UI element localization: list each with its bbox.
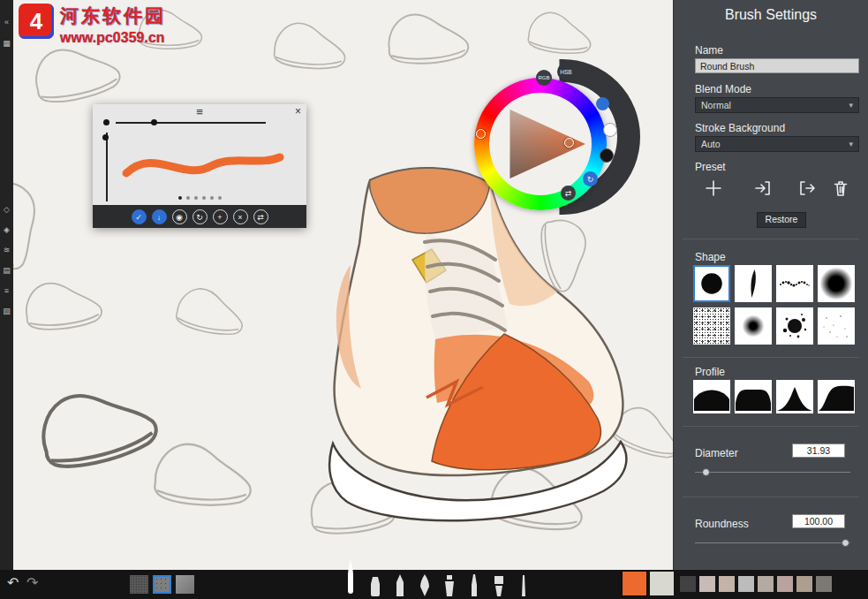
close-icon[interactable]: × xyxy=(295,105,301,118)
site-watermark: 4 河东软件园 www.pc0359.cn xyxy=(19,4,166,46)
diameter-slider-handle[interactable] xyxy=(702,468,710,476)
blend-mode-label: Blend Mode xyxy=(695,83,751,95)
swap-colors-icon[interactable]: ⇄ xyxy=(561,186,576,201)
bottom-toolbar: ↶ ↷ xyxy=(0,570,868,599)
add-button[interactable]: + xyxy=(213,209,228,224)
divider xyxy=(683,426,859,427)
remove-button[interactable]: × xyxy=(233,209,248,224)
brush-name-input[interactable] xyxy=(695,58,859,73)
horizontal-slider[interactable] xyxy=(116,122,266,124)
panel-tool-icon[interactable]: ▤ xyxy=(0,266,13,275)
blue-color-swatch[interactable] xyxy=(596,97,609,110)
profile-tile-rising-dome[interactable] xyxy=(818,380,855,413)
export-preset-icon[interactable] xyxy=(797,178,817,198)
palette-swatch[interactable] xyxy=(699,576,715,592)
watermark-site-url: www.pc0359.cn xyxy=(60,30,166,46)
target-button[interactable]: ◉ xyxy=(172,209,187,224)
page-dot[interactable] xyxy=(210,196,214,200)
vertical-slider-handle[interactable] xyxy=(102,134,109,140)
texture-light-grain[interactable] xyxy=(176,575,194,594)
palette-swatch[interactable] xyxy=(719,576,735,592)
shape-tile-solid-round[interactable] xyxy=(693,265,730,302)
hsb-mode-button[interactable]: HSB xyxy=(557,63,575,80)
current-color-swatch[interactable] xyxy=(623,572,646,595)
swap-button[interactable]: ⇄ xyxy=(253,209,268,224)
tool-fountain-pen[interactable] xyxy=(464,572,484,599)
secondary-color-swatch[interactable] xyxy=(650,572,674,595)
page-dot[interactable] xyxy=(202,196,206,200)
shape-tile-noise-texture[interactable] xyxy=(693,307,730,345)
rgb-mode-button[interactable]: RGB xyxy=(536,70,552,86)
grid-icon[interactable]: ▦ xyxy=(0,39,13,48)
page-dot[interactable] xyxy=(218,196,222,200)
redo-icon[interactable]: ↷ xyxy=(26,574,38,591)
rotate-button[interactable]: ↻ xyxy=(192,209,208,224)
delete-preset-icon[interactable] xyxy=(831,178,850,198)
palette-swatch[interactable] xyxy=(758,576,774,592)
tool-flat-brush[interactable] xyxy=(489,572,509,599)
profile-tile-plateau[interactable] xyxy=(735,380,772,413)
roundness-slider-handle[interactable] xyxy=(842,539,849,547)
tool-pencil[interactable] xyxy=(390,572,410,599)
import-preset-icon[interactable] xyxy=(753,178,773,198)
layers-icon[interactable]: ▧ xyxy=(0,307,13,315)
palette-swatch[interactable] xyxy=(796,576,812,592)
palette-swatch[interactable] xyxy=(680,576,696,592)
white-color-swatch[interactable] xyxy=(603,123,617,137)
texture-dot-grid[interactable] xyxy=(153,575,171,594)
blend-mode-select[interactable]: Normal ▾ xyxy=(695,97,859,113)
shape-tool-icon[interactable]: ◇ xyxy=(0,205,13,214)
tool-marker[interactable] xyxy=(366,572,385,599)
roundness-slider[interactable] xyxy=(695,542,850,543)
wave-tool-icon[interactable]: ≋ xyxy=(0,246,13,254)
drawing-canvas[interactable]: ≡ × ✓ ↓ ◉ ↻ + xyxy=(13,0,673,570)
palette-swatch[interactable] xyxy=(816,576,832,592)
profile-tile-peak[interactable] xyxy=(776,380,813,413)
page-dot[interactable] xyxy=(194,196,198,200)
menu-icon[interactable]: ≡ xyxy=(0,286,13,295)
confirm-button[interactable]: ✓ xyxy=(132,209,147,224)
black-color-swatch[interactable] xyxy=(600,148,614,163)
chevron-down-icon: ▾ xyxy=(849,140,853,148)
profile-tile-dome[interactable] xyxy=(693,380,730,413)
diameter-slider[interactable] xyxy=(695,472,850,473)
horizontal-slider-handle[interactable] xyxy=(151,119,157,125)
shape-tile-soft-round[interactable] xyxy=(818,265,855,302)
save-button[interactable]: ↓ xyxy=(152,209,167,224)
tool-ink-pen[interactable] xyxy=(415,572,434,599)
slider-dot[interactable] xyxy=(103,119,109,125)
stroke-background-select[interactable]: Auto ▾ xyxy=(695,136,859,152)
shape-tile-splatter[interactable] xyxy=(776,307,813,345)
shape-tile-scatter-dots[interactable] xyxy=(776,265,813,302)
shape-tile-soft-dot[interactable] xyxy=(735,307,772,345)
collapse-icon[interactable]: « xyxy=(0,18,13,27)
palette-swatch[interactable] xyxy=(777,576,793,592)
page-dots xyxy=(93,196,306,200)
palette-swatch[interactable] xyxy=(738,576,754,592)
hue-selector-dot[interactable] xyxy=(476,129,486,139)
blend-mode-value: Normal xyxy=(701,100,731,110)
shape-tile-sparse-speckle[interactable] xyxy=(818,307,855,345)
fill-shape-tool-icon[interactable]: ◈ xyxy=(0,225,13,234)
panel-drag-handle-icon[interactable]: ≡ xyxy=(93,105,306,118)
undo-icon[interactable]: ↶ xyxy=(7,574,19,591)
watermark-site-name: 河东软件园 xyxy=(60,4,166,28)
vertical-slider[interactable] xyxy=(106,133,108,201)
tool-liner[interactable] xyxy=(514,572,533,599)
add-preset-icon[interactable] xyxy=(704,178,723,198)
divider xyxy=(683,357,859,358)
left-toolbar: « ▦ ◇ ◈ ≋ ▤ ≡ ▧ xyxy=(0,0,13,570)
shape-tile-feather-streak[interactable] xyxy=(735,265,772,302)
diameter-input[interactable] xyxy=(792,444,845,458)
page-dot[interactable] xyxy=(178,196,182,200)
triangle-selector-dot[interactable] xyxy=(564,138,574,148)
texture-dark-grain[interactable] xyxy=(130,575,148,594)
preset-label: Preset xyxy=(695,161,726,173)
restore-button[interactable]: Restore xyxy=(757,212,806,228)
tool-airbrush[interactable] xyxy=(440,572,459,599)
page-dot[interactable] xyxy=(186,196,190,200)
tool-round-brush[interactable] xyxy=(341,559,360,599)
rotate-icon[interactable]: ↻ xyxy=(583,171,598,186)
divider xyxy=(683,497,859,497)
roundness-input[interactable] xyxy=(792,514,845,528)
